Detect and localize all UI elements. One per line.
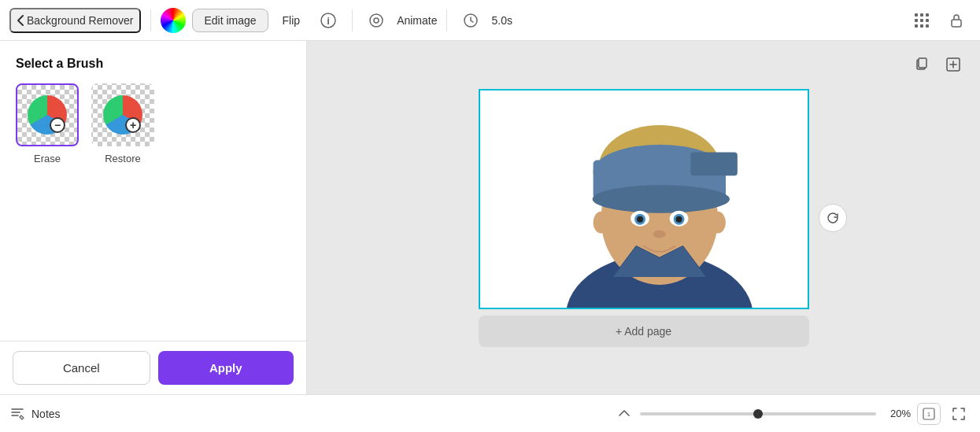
panel-bottom: Cancel Apply bbox=[0, 341, 306, 394]
svg-rect-16 bbox=[919, 58, 926, 68]
svg-rect-5 bbox=[915, 13, 918, 17]
grid-icon bbox=[913, 12, 930, 29]
svg-point-2 bbox=[370, 14, 383, 27]
svg-point-31 bbox=[637, 216, 643, 222]
svg-rect-6 bbox=[920, 13, 923, 17]
expand-button[interactable] bbox=[947, 403, 971, 425]
animate-icon bbox=[368, 13, 384, 28]
add-canvas-button[interactable] bbox=[939, 50, 967, 79]
grid-menu-button[interactable] bbox=[908, 6, 936, 35]
svg-rect-8 bbox=[915, 19, 918, 22]
erase-label: Erase bbox=[34, 153, 61, 164]
refresh-icon bbox=[826, 211, 840, 225]
scroll-up-button[interactable] bbox=[615, 404, 634, 423]
duplicate-button[interactable] bbox=[908, 50, 936, 79]
add-page-button[interactable]: + Add page bbox=[479, 316, 809, 347]
duplicate-icon bbox=[914, 57, 930, 72]
page-icon: 1 bbox=[923, 408, 935, 420]
canvas-box[interactable] bbox=[479, 89, 809, 309]
left-panel: Select a Brush − Erase + bbox=[0, 41, 307, 394]
duration-label: 5.0s bbox=[491, 14, 512, 27]
svg-rect-11 bbox=[915, 24, 918, 28]
brush-thumb-erase: − bbox=[16, 83, 79, 146]
animate-label: Animate bbox=[397, 14, 437, 27]
edit-image-button[interactable]: Edit image bbox=[192, 9, 268, 32]
scroll-track[interactable] bbox=[640, 412, 876, 415]
toolbar-divider-2 bbox=[352, 9, 353, 31]
brush-grid: − Erase + Restore bbox=[16, 83, 290, 164]
apply-button[interactable]: Apply bbox=[158, 351, 294, 385]
info-icon: i bbox=[320, 13, 336, 28]
svg-rect-13 bbox=[926, 24, 929, 28]
panel-content: Select a Brush − Erase + bbox=[0, 41, 306, 341]
panel-title: Select a Brush bbox=[16, 57, 290, 71]
cancel-button[interactable]: Cancel bbox=[13, 351, 150, 385]
duration-button[interactable] bbox=[457, 6, 485, 35]
canvas-toolbar bbox=[908, 50, 967, 79]
flip-button[interactable]: Flip bbox=[275, 9, 309, 31]
svg-rect-9 bbox=[920, 19, 923, 22]
toolbar-divider-1 bbox=[150, 9, 151, 31]
chevron-left-icon bbox=[17, 15, 24, 26]
restore-icon: + bbox=[125, 117, 141, 133]
expand-icon bbox=[952, 407, 966, 421]
toolbar-divider-3 bbox=[446, 9, 447, 31]
lock-button[interactable] bbox=[942, 6, 971, 35]
add-page-bar: + Add page bbox=[479, 316, 809, 347]
info-button[interactable]: i bbox=[314, 6, 342, 35]
refresh-button[interactable] bbox=[819, 204, 847, 232]
svg-rect-12 bbox=[920, 24, 923, 28]
svg-point-3 bbox=[374, 18, 379, 23]
main-area: Select a Brush − Erase + bbox=[0, 41, 980, 394]
erase-icon: − bbox=[50, 117, 65, 133]
chevron-up-icon bbox=[619, 410, 630, 418]
zoom-label: 20% bbox=[882, 408, 911, 419]
back-label: Background Remover bbox=[27, 14, 133, 27]
svg-text:i: i bbox=[327, 15, 330, 27]
animate-button[interactable] bbox=[362, 6, 390, 35]
notes-icon bbox=[9, 406, 25, 422]
lock-icon bbox=[948, 12, 965, 29]
add-canvas-icon bbox=[945, 57, 961, 72]
svg-point-35 bbox=[710, 211, 726, 233]
canvas-main: + Add page bbox=[307, 41, 980, 394]
brush-thumb-restore: + bbox=[91, 83, 154, 146]
brush-item-restore[interactable]: + Restore bbox=[91, 83, 154, 164]
color-wheel-button[interactable] bbox=[161, 8, 186, 33]
scroll-thumb bbox=[753, 409, 763, 419]
svg-rect-10 bbox=[926, 19, 929, 22]
canvas-image bbox=[480, 89, 808, 309]
svg-point-32 bbox=[675, 216, 682, 222]
restore-label: Restore bbox=[105, 153, 141, 164]
svg-rect-26 bbox=[690, 152, 737, 175]
brush-item-erase[interactable]: − Erase bbox=[16, 83, 79, 164]
top-toolbar: Background Remover Edit image Flip i Ani… bbox=[0, 0, 980, 41]
brush-ball-erase: − bbox=[28, 95, 67, 135]
svg-point-34 bbox=[593, 211, 608, 233]
svg-rect-14 bbox=[952, 20, 961, 27]
svg-point-25 bbox=[592, 185, 729, 213]
notes-label: Notes bbox=[31, 408, 61, 420]
canvas-frame: + Add page bbox=[479, 89, 809, 347]
page-indicator-button[interactable]: 1 bbox=[917, 403, 941, 425]
svg-point-33 bbox=[653, 230, 665, 238]
brush-ball-restore: + bbox=[103, 95, 142, 135]
svg-rect-7 bbox=[926, 13, 929, 17]
svg-text:1: 1 bbox=[927, 411, 931, 418]
clock-icon bbox=[463, 13, 479, 28]
bottom-bar: Notes 20% 1 bbox=[0, 394, 980, 432]
back-button[interactable]: Background Remover bbox=[9, 8, 141, 33]
canvas-area: + Add page bbox=[307, 41, 980, 394]
